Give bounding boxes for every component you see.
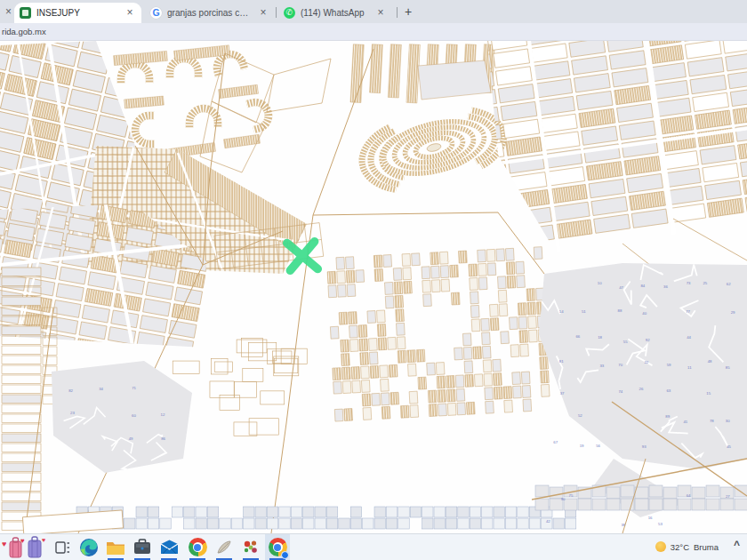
address-bar[interactable]: rida.gob.mx xyxy=(0,23,747,41)
tab-strip: × INSEJUPY × G granjas porcinas cuanta d… xyxy=(0,0,747,23)
svg-text:93: 93 xyxy=(642,444,647,449)
svg-text:34: 34 xyxy=(99,387,103,391)
svg-text:11: 11 xyxy=(687,365,692,370)
svg-text:64: 64 xyxy=(687,493,691,498)
weather-temp: 32°C xyxy=(671,542,689,552)
tab-insejupy[interactable]: INSEJUPY × xyxy=(14,3,141,23)
tab-title: (114) WhatsApp xyxy=(301,8,369,18)
task-view-button[interactable] xyxy=(50,534,75,560)
svg-text:49: 49 xyxy=(129,436,133,441)
svg-text:70: 70 xyxy=(618,363,622,367)
svg-text:♥: ♥ xyxy=(2,540,6,548)
svg-text:48: 48 xyxy=(708,359,712,364)
svg-text:90: 90 xyxy=(561,497,566,501)
svg-text:22: 22 xyxy=(644,360,648,364)
svg-text:74: 74 xyxy=(618,389,622,394)
svg-text:92: 92 xyxy=(646,338,650,342)
svg-text:42: 42 xyxy=(546,519,550,524)
svg-text:14: 14 xyxy=(559,309,564,314)
briefcase-app-button[interactable] xyxy=(130,534,155,560)
svg-text:18: 18 xyxy=(598,335,602,340)
svg-text:♥: ♥ xyxy=(42,537,45,543)
cadastral-map[interactable]: 1047843673256214518840772966185592448133… xyxy=(0,41,747,533)
insejupy-favicon-icon xyxy=(20,7,31,19)
svg-text:41: 41 xyxy=(683,420,687,424)
tab-whatsapp[interactable]: (114) WhatsApp × xyxy=(278,3,392,23)
file-explorer-icon xyxy=(106,540,125,556)
svg-text:84: 84 xyxy=(640,284,645,288)
chrome-icon xyxy=(189,538,207,556)
map-marker-x xyxy=(287,241,318,272)
close-icon[interactable]: × xyxy=(124,7,136,20)
svg-text:55: 55 xyxy=(623,340,628,344)
svg-text:78: 78 xyxy=(710,419,714,423)
file-explorer-button[interactable] xyxy=(103,534,128,560)
svg-text:16: 16 xyxy=(648,516,653,520)
feather-icon xyxy=(215,539,233,556)
taskbar-chevron-icon[interactable]: ^ xyxy=(725,539,743,555)
svg-text:53: 53 xyxy=(658,522,663,526)
svg-text:40: 40 xyxy=(642,311,647,316)
svg-text:77: 77 xyxy=(686,309,690,314)
svg-text:59: 59 xyxy=(667,363,671,367)
svg-text:19: 19 xyxy=(580,444,584,448)
svg-text:12: 12 xyxy=(161,412,165,417)
svg-text:37: 37 xyxy=(560,391,565,396)
weather-widget[interactable]: 32°C Bruma xyxy=(655,541,719,552)
svg-text:89: 89 xyxy=(665,414,670,419)
chrome-button[interactable] xyxy=(185,534,210,560)
svg-text:45: 45 xyxy=(727,444,731,449)
task-view-icon xyxy=(55,541,70,554)
svg-text:33: 33 xyxy=(599,364,604,368)
browser-window: × INSEJUPY × G granjas porcinas cuanta d… xyxy=(0,0,747,560)
close-icon[interactable]: × xyxy=(5,5,12,18)
tab-granjas-search[interactable]: G granjas porcinas cuanta distan × xyxy=(145,3,275,23)
svg-text:10: 10 xyxy=(598,281,602,285)
svg-text:63: 63 xyxy=(666,388,671,393)
taskbar: ♥ ♥ ♥ xyxy=(0,533,747,560)
flowers-icon xyxy=(242,540,260,556)
briefcase-icon xyxy=(133,539,151,556)
svg-text:82: 82 xyxy=(68,388,73,393)
svg-text:44: 44 xyxy=(687,335,691,340)
suitcases-sticker: ♥ ♥ ♥ xyxy=(2,534,50,559)
svg-text:66: 66 xyxy=(575,334,580,339)
svg-text:♥: ♥ xyxy=(20,537,25,545)
weather-sun-icon xyxy=(655,541,666,552)
svg-text:23: 23 xyxy=(70,411,75,415)
svg-text:27: 27 xyxy=(726,494,730,499)
tab-divider xyxy=(276,7,277,18)
mail-button[interactable] xyxy=(157,534,181,560)
svg-text:15: 15 xyxy=(706,391,711,396)
edge-icon xyxy=(79,538,99,557)
tab-title: INSEJUPY xyxy=(36,8,118,18)
svg-text:25: 25 xyxy=(703,281,707,285)
svg-text:71: 71 xyxy=(132,386,136,390)
svg-text:62: 62 xyxy=(727,282,731,286)
svg-text:81: 81 xyxy=(559,359,564,364)
svg-text:85: 85 xyxy=(726,365,730,370)
svg-text:29: 29 xyxy=(731,310,735,315)
edge-button[interactable] xyxy=(76,534,101,560)
feather-app-button[interactable] xyxy=(212,534,237,560)
svg-text:52: 52 xyxy=(578,413,582,418)
svg-text:75: 75 xyxy=(569,493,574,498)
svg-text:56: 56 xyxy=(596,444,600,448)
cadastral-map-svg: 1047843673256214518840772966185592448133… xyxy=(0,41,747,533)
profile-badge-icon xyxy=(281,551,289,559)
close-icon[interactable]: × xyxy=(374,7,387,20)
svg-text:67: 67 xyxy=(553,440,558,444)
svg-text:26: 26 xyxy=(639,387,644,391)
chrome-profile-button[interactable] xyxy=(265,534,290,560)
whatsapp-favicon-icon xyxy=(284,7,295,19)
mail-icon xyxy=(160,540,179,555)
svg-text:86: 86 xyxy=(161,436,165,441)
svg-text:60: 60 xyxy=(132,413,136,418)
new-tab-button[interactable]: + xyxy=(401,4,415,19)
close-icon[interactable]: × xyxy=(257,7,269,20)
tab-divider xyxy=(397,7,398,18)
svg-text:30: 30 xyxy=(726,419,730,423)
flowers-app-button[interactable] xyxy=(238,534,263,560)
weather-condition: Bruma xyxy=(694,542,719,552)
google-favicon-icon: G xyxy=(150,7,162,19)
